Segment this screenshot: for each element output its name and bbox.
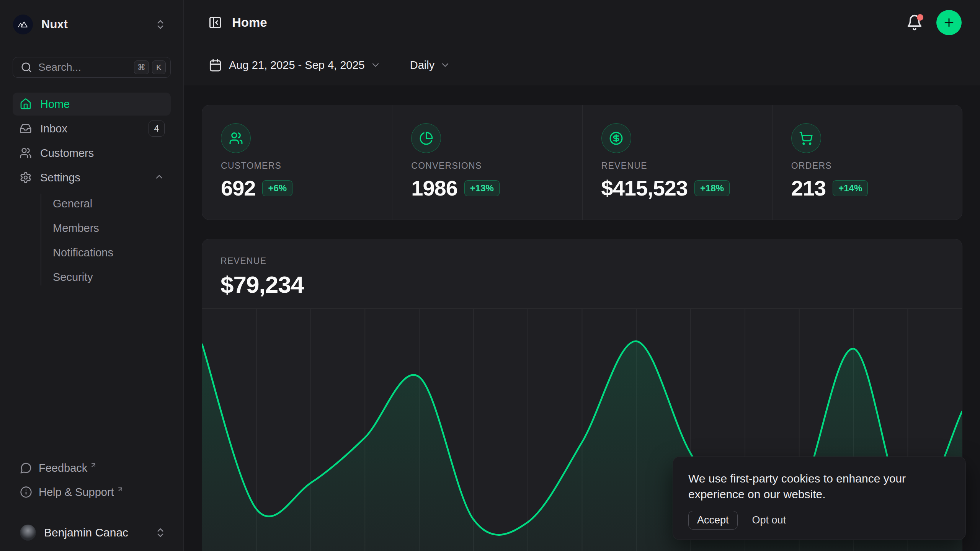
stat-label: CONVERSIONS <box>411 161 582 171</box>
kbd-k: K <box>152 60 166 74</box>
cookie-banner: We use first-party cookies to enhance yo… <box>673 456 966 540</box>
date-range-picker[interactable]: Aug 21, 2025 - Sep 4, 2025 <box>229 59 365 72</box>
stat-value: $415,523 <box>601 176 688 201</box>
gear-icon <box>20 171 32 184</box>
external-link-icon <box>90 461 97 469</box>
stat-label: REVENUE <box>601 161 772 171</box>
stat-value: 213 <box>791 176 826 201</box>
revenue-chart-label: REVENUE <box>220 256 944 266</box>
notifications-button[interactable] <box>905 13 924 32</box>
notification-dot <box>917 14 923 21</box>
sidebar-nav: Home Inbox 4 Customers Settings <box>13 93 171 289</box>
info-circle-icon <box>20 486 32 498</box>
sidebar-item-notifications[interactable]: Notifications <box>53 240 158 265</box>
chevron-up-icon <box>154 171 165 184</box>
chevrons-up-down-icon[interactable] <box>153 17 168 32</box>
sidebar-item-inbox[interactable]: Inbox 4 <box>13 117 171 140</box>
stats-card: CUSTOMERS 692 +6% CONVERSIONS 1986 +13% <box>202 105 962 220</box>
accept-button[interactable]: Accept <box>688 511 738 530</box>
add-button[interactable] <box>936 10 962 35</box>
sidebar-item-label: Customers <box>40 147 165 160</box>
feedback-link[interactable]: Feedback <box>13 457 171 479</box>
chevrons-up-down-icon <box>153 525 168 540</box>
stat-value: 1986 <box>411 176 457 201</box>
dollar-circle-icon <box>601 123 631 153</box>
workspace-switcher[interactable]: Nuxt <box>13 15 168 34</box>
users-icon <box>20 147 32 159</box>
plus-icon <box>942 16 956 29</box>
stat-revenue[interactable]: REVENUE $415,523 +18% <box>582 105 772 220</box>
search-placeholder: Search... <box>38 61 131 73</box>
sidebar-item-label: Inbox <box>40 122 149 135</box>
stat-delta-badge: +14% <box>833 180 868 196</box>
stat-delta-badge: +13% <box>464 180 500 196</box>
calendar-icon <box>209 59 222 72</box>
user-name: Benjamin Canac <box>44 526 153 539</box>
sidebar-item-security[interactable]: Security <box>53 265 158 289</box>
stat-delta-badge: +6% <box>262 180 292 196</box>
nuxt-logo-icon <box>13 15 33 34</box>
sidebar-item-settings[interactable]: Settings <box>13 166 171 189</box>
help-support-link[interactable]: Help & Support <box>13 481 171 503</box>
sidebar-item-label: Settings <box>40 171 154 184</box>
speech-bubble-icon <box>20 462 32 474</box>
sidebar-item-label: Home <box>40 98 165 111</box>
stat-label: CUSTOMERS <box>221 161 392 171</box>
sidebar-item-home[interactable]: Home <box>13 93 171 116</box>
help-support-label: Help & Support <box>39 486 114 499</box>
search-input[interactable]: Search... ⌘ K <box>13 57 171 78</box>
subnav-guide-line <box>41 194 41 285</box>
chevron-down-icon <box>370 60 381 70</box>
stat-value: 692 <box>221 176 255 201</box>
external-link-icon <box>116 486 124 493</box>
settings-subnav: General Members Notifications Security <box>25 191 158 289</box>
pie-chart-icon <box>411 123 441 153</box>
stat-customers[interactable]: CUSTOMERS 692 +6% <box>202 105 392 220</box>
granularity-select[interactable]: Daily <box>410 59 434 72</box>
cookie-message: We use first-party cookies to enhance yo… <box>688 471 950 502</box>
search-icon <box>21 62 32 73</box>
opt-out-button[interactable]: Opt out <box>752 514 786 526</box>
sidebar-spacer <box>0 289 183 457</box>
filters-toolbar: Aug 21, 2025 - Sep 4, 2025 Daily <box>184 45 980 85</box>
sidebar-item-customers[interactable]: Customers <box>13 142 171 165</box>
page-header: Home <box>184 0 980 45</box>
user-menu[interactable]: Benjamin Canac <box>0 514 183 551</box>
stat-conversions[interactable]: CONVERSIONS 1986 +13% <box>392 105 582 220</box>
stat-label: ORDERS <box>791 161 962 171</box>
sidebar-item-members[interactable]: Members <box>53 216 158 240</box>
inbox-tray-icon <box>20 122 32 135</box>
page-title: Home <box>232 15 905 30</box>
kbd-meta: ⌘ <box>134 60 149 74</box>
sidebar-item-general[interactable]: General <box>53 191 158 216</box>
workspace-name: Nuxt <box>41 18 153 31</box>
revenue-chart-header: REVENUE $79,234 <box>202 239 962 298</box>
users-icon <box>221 123 251 153</box>
stat-delta-badge: +18% <box>694 180 730 196</box>
revenue-chart-value: $79,234 <box>220 271 944 298</box>
cart-icon <box>791 123 821 153</box>
feedback-label: Feedback <box>39 462 87 474</box>
sidebar-footer-links: Feedback Help & Support <box>13 457 171 505</box>
chevron-down-icon <box>440 60 451 70</box>
house-icon <box>20 98 32 110</box>
stat-orders[interactable]: ORDERS 213 +14% <box>772 105 962 220</box>
avatar <box>20 525 36 541</box>
sidebar: Nuxt Search... ⌘ K Home <box>0 0 184 551</box>
dashboard-app: Nuxt Search... ⌘ K Home <box>0 0 980 551</box>
panel-left-close-icon[interactable] <box>208 16 222 29</box>
inbox-count-badge: 4 <box>149 121 165 137</box>
